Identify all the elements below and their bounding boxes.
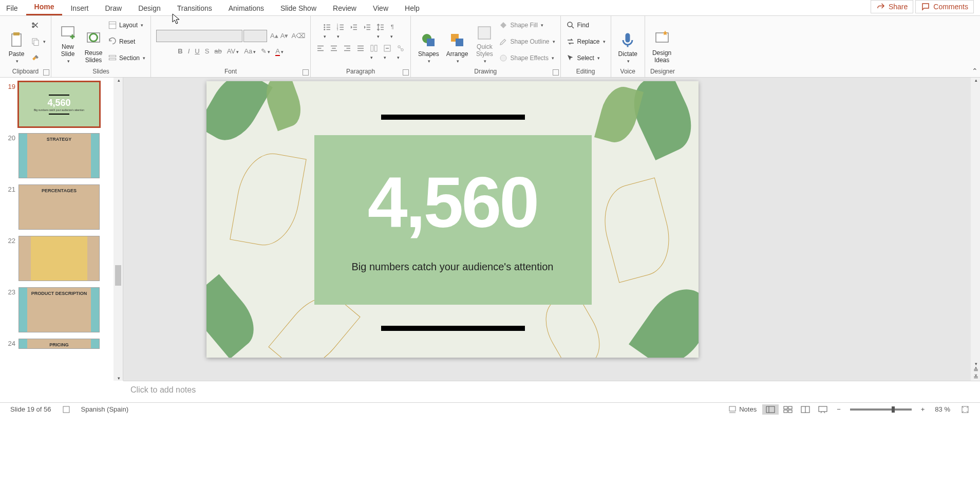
tab-help[interactable]: Help (397, 2, 428, 15)
align-center-button[interactable] (329, 44, 338, 61)
collapse-ribbon-button[interactable]: ⌃ (972, 67, 978, 75)
slide-canvas-area[interactable]: 4,560 Big numbers catch your audience's … (123, 78, 980, 381)
design-ideas-button[interactable]: Design Ideas (650, 20, 673, 64)
shrink-font-button[interactable]: A▾ (280, 32, 289, 40)
columns-button[interactable]: ▾ (369, 44, 379, 61)
thumbnails-scrollbar[interactable]: ▴ ▾ (114, 78, 123, 381)
tab-review[interactable]: Review (325, 2, 365, 15)
changecase-button[interactable]: Aa▾ (244, 47, 256, 55)
smartart-button[interactable]: ▾ (396, 44, 405, 61)
bold-button[interactable]: B (178, 47, 182, 55)
slide-thumbnail-19[interactable]: 4,560Big numbers catch your audience's a… (18, 82, 100, 127)
textdirection-button[interactable]: ¶▾ (389, 23, 399, 40)
group-voice: Dictate▾ Voice (611, 16, 645, 77)
section-button[interactable]: Section▾ (108, 51, 145, 65)
select-button[interactable]: Select▾ (566, 51, 606, 65)
replace-button[interactable]: Replace▾ (566, 34, 606, 49)
slide-thumbnail-24[interactable]: PRICING (18, 339, 100, 349)
scroll-thumb[interactable] (115, 265, 121, 286)
slide-thumbnail-21[interactable]: PERCENTAGES (18, 184, 100, 230)
slide-thumbnail-20[interactable]: STRATEGY (18, 133, 100, 178)
scroll-up-icon[interactable]: ▴ (118, 78, 120, 83)
sorter-view-button[interactable] (780, 404, 796, 415)
shape-effects-button[interactable]: Shape Effects▾ (499, 51, 555, 65)
slide-thumbnail-23[interactable]: PRODUCT DESCRIPTION (18, 287, 100, 332)
next-slide-icon[interactable]: ≚ (973, 374, 978, 381)
accessibility-button[interactable] (56, 405, 76, 414)
justify-button[interactable] (356, 44, 365, 61)
dictate-button[interactable]: Dictate▾ (616, 20, 639, 64)
indent-button[interactable] (363, 23, 372, 40)
highlight-button[interactable]: ✎▾ (261, 47, 270, 55)
format-painter-button[interactable] (31, 51, 46, 65)
comments-button[interactable]: Comments (915, 0, 974, 13)
layout-button[interactable]: Layout▾ (108, 18, 145, 32)
align-right-button[interactable] (343, 44, 352, 61)
shadow-button[interactable]: S (205, 47, 210, 55)
tab-insert[interactable]: Insert (62, 2, 97, 15)
reset-button[interactable]: Reset (108, 34, 145, 49)
scroll-up-icon[interactable]: ▴ (975, 78, 977, 83)
clear-format-button[interactable]: A⌫ (291, 32, 305, 40)
font-family-combo[interactable] (156, 30, 242, 42)
canvas-scrollbar[interactable]: ▴ ▾ ≙ ≚ (971, 78, 980, 381)
shape-fill-button[interactable]: Shape Fill▾ (499, 18, 555, 32)
underline-button[interactable]: U (195, 47, 199, 55)
align-left-button[interactable] (316, 44, 325, 61)
zoom-slider-thumb[interactable] (892, 406, 895, 413)
scroll-down-icon[interactable]: ▾ (975, 361, 977, 366)
slide-indicator[interactable]: Slide 19 of 56 (5, 405, 56, 413)
arrange-button[interactable]: Arrange▾ (444, 20, 470, 64)
dialog-launcher[interactable] (43, 69, 49, 76)
tab-home[interactable]: Home (26, 1, 63, 15)
slide-canvas[interactable]: 4,560 Big numbers catch your audience's … (206, 81, 699, 358)
fit-window-button[interactable] (955, 405, 975, 414)
prev-slide-icon[interactable]: ≙ (973, 366, 978, 374)
share-button[interactable]: Share (871, 0, 913, 13)
tab-transitions[interactable]: Transitions (169, 2, 220, 15)
tab-view[interactable]: View (365, 2, 397, 15)
reuse-slides-button[interactable]: Reuse Slides (82, 20, 105, 64)
normal-view-button[interactable] (762, 404, 779, 415)
notes-pane[interactable]: Click to add notes (123, 381, 980, 402)
scroll-down-icon[interactable]: ▾ (118, 376, 120, 381)
linespacing-button[interactable]: ▾ (376, 23, 385, 40)
tab-file[interactable]: File (4, 2, 26, 15)
copy-button[interactable]: ▾ (31, 34, 46, 49)
zoom-out-button[interactable]: − (832, 405, 846, 413)
tab-animations[interactable]: Animations (220, 2, 272, 15)
fontcolor-button[interactable]: A▾ (275, 47, 284, 55)
shape-outline-button[interactable]: Shape Outline▾ (499, 34, 555, 49)
cursor-icon (566, 53, 575, 63)
notes-toggle[interactable]: Notes (723, 405, 762, 414)
charspacing-button[interactable]: AV▾ (227, 47, 239, 55)
paste-button[interactable]: Paste▾ (5, 20, 28, 64)
bullets-button[interactable]: ▾ (323, 23, 332, 40)
zoom-slider[interactable] (850, 408, 912, 411)
reading-view-button[interactable] (797, 404, 814, 415)
new-slide-button[interactable]: New Slide▾ (56, 20, 79, 64)
tab-design[interactable]: Design (130, 2, 169, 15)
outdent-button[interactable] (349, 23, 359, 40)
cut-button[interactable] (31, 18, 46, 32)
slide-thumbnail-22[interactable] (18, 236, 100, 281)
tab-slideshow[interactable]: Slide Show (272, 2, 325, 15)
grow-font-button[interactable]: A▴ (270, 32, 278, 40)
find-button[interactable]: Find (566, 18, 606, 32)
quickstyles-button[interactable]: Quick Styles▾ (473, 20, 496, 64)
zoom-in-button[interactable]: + (916, 405, 930, 413)
italic-button[interactable]: I (188, 47, 190, 55)
aligntext-button[interactable]: ▾ (383, 44, 392, 61)
strike-button[interactable]: ab (214, 47, 221, 55)
numbering-button[interactable]: 123▾ (336, 23, 345, 40)
tab-draw[interactable]: Draw (97, 2, 130, 15)
slideshow-view-button[interactable] (815, 404, 831, 415)
language-button[interactable]: Spanish (Spain) (76, 405, 134, 413)
font-size-combo[interactable] (243, 30, 267, 42)
dialog-launcher[interactable] (303, 69, 309, 76)
zoom-level[interactable]: 83 % (930, 405, 955, 413)
shapes-button[interactable]: Shapes▾ (416, 20, 441, 64)
dialog-launcher[interactable] (553, 69, 559, 76)
svg-rect-53 (478, 27, 491, 39)
dialog-launcher[interactable] (403, 69, 409, 76)
